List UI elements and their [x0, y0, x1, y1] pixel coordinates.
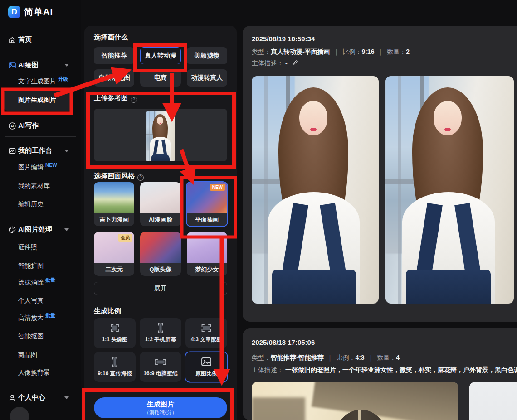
- meta-type-value: 真人转动漫-平面插画: [271, 48, 330, 55]
- sidebar-divider: [5, 385, 76, 385]
- sidebar-item-label: 个人中心: [18, 393, 45, 402]
- sidebar-item-personal-photo[interactable]: 个人写真: [0, 295, 81, 307]
- sidebar-item-ai-writing[interactable]: AI AI写作: [0, 120, 81, 132]
- generated-portrait-art: [385, 76, 514, 304]
- uploaded-reference-image[interactable]: [146, 111, 175, 161]
- sidebar-item-label: 图片编辑: [18, 164, 44, 171]
- sidebar-item-label: AI写作: [18, 121, 39, 130]
- ratio-4-3[interactable]: 4:3 文章配图: [185, 318, 227, 348]
- ratio-label: 1:2 手机屏幕: [145, 336, 176, 343]
- style-ghibli[interactable]: 吉卜力漫画: [94, 182, 134, 226]
- reference-portrait-art: [146, 111, 175, 161]
- edit-description-button[interactable]: [293, 59, 298, 66]
- generated-image-gray-photo[interactable]: [469, 382, 517, 420]
- style-ai-manga-face[interactable]: AI漫画脸: [140, 182, 180, 226]
- style-ai-manga-face-thumbnail: [140, 182, 180, 213]
- style-2d-anime[interactable]: 会员 二次元: [94, 232, 134, 276]
- style-dream-girl-thumbnail: [187, 232, 227, 263]
- new-badge: NEW: [210, 184, 225, 191]
- meta-count-value: 4: [396, 354, 400, 361]
- original-image-icon: [200, 357, 213, 367]
- category-photo-to-anime[interactable]: 真人转动漫: [140, 47, 180, 64]
- sidebar-item-label: 涂抹消除: [18, 279, 44, 286]
- crop-landscape-icon: [154, 357, 167, 367]
- sidebar-item-smart-expand[interactable]: 智能扩图: [0, 261, 81, 272]
- desc-label: 主体描述：: [252, 59, 283, 67]
- ratio-1-2[interactable]: 1:2 手机屏幕: [140, 318, 181, 348]
- result-description: 主体描述： 一张做旧的老照片，一个年轻亚洲女性，微笑，朴实，麻花辫，户外背景，黑…: [252, 366, 517, 374]
- sidebar-item-home[interactable]: 首页: [0, 34, 81, 46]
- batch-badge: 批量: [45, 277, 55, 283]
- category-anime-to-photo[interactable]: 动漫转真人: [187, 69, 227, 87]
- chevron-down-icon[interactable]: [64, 64, 69, 67]
- sidebar-item-ai-draw[interactable]: AI绘图: [0, 59, 81, 71]
- style-label: 吉卜力漫画: [94, 213, 134, 226]
- meta-ratio-label: 比例：: [336, 354, 355, 361]
- upgrade-badge: 升级: [58, 76, 68, 82]
- sidebar-item-personal-center[interactable]: 个人中心: [0, 392, 81, 404]
- sidebar-item-label: 商品图: [18, 351, 37, 359]
- style-ghibli-thumbnail: [94, 182, 134, 213]
- category-smart-recommend[interactable]: 智能推荐: [94, 47, 134, 64]
- help-icon[interactable]: ?: [137, 174, 144, 181]
- sidebar-item-id-photo[interactable]: 证件照: [0, 242, 81, 254]
- category-media-illustration[interactable]: 自媒体配图: [94, 69, 134, 87]
- style-dream-girl[interactable]: 梦幻少女: [187, 232, 227, 276]
- sidebar-item-label: AI图片处理: [18, 225, 52, 234]
- user-avatar[interactable]: [10, 407, 29, 420]
- sidebar-item-portrait-bg-swap[interactable]: 人像换背景: [0, 367, 81, 379]
- help-icon[interactable]: ?: [131, 97, 137, 103]
- result-meta: 类型：真人转动漫-平面插画｜比例：9:16｜数量：2: [252, 48, 517, 56]
- expand-button[interactable]: 展开: [94, 282, 227, 295]
- result-card-1: 2025/08/19 10:59:34 类型：真人转动漫-平面插画｜比例：9:1…: [243, 26, 517, 322]
- style-flat-illustration[interactable]: NEW 平面插画: [187, 182, 227, 226]
- brand-logo[interactable]: D 简单AI: [8, 6, 53, 18]
- meta-count-value: 2: [406, 48, 410, 55]
- sidebar-item-hd-upscale[interactable]: 高清放大批量: [0, 313, 81, 324]
- upload-reference-area[interactable]: [94, 109, 227, 161]
- generated-image-old-photo[interactable]: [252, 382, 458, 420]
- ratio-original[interactable]: 原图比例: [185, 352, 227, 382]
- sidebar-item-image-to-image[interactable]: 图片生成图片: [0, 95, 81, 106]
- sidebar-item-smart-cutout[interactable]: 智能抠图: [0, 331, 81, 343]
- sidebar-item-product-image[interactable]: 商品图: [0, 350, 81, 362]
- generate-button[interactable]: 生成图片 （消耗2积分）: [94, 397, 227, 418]
- old-photo-art: [252, 382, 458, 420]
- category-beauty-filter[interactable]: 美颜滤镜: [187, 47, 227, 64]
- sidebar-item-smudge-remove[interactable]: 涂抹消除批量: [0, 277, 81, 289]
- result-meta: 类型：智能推荐-智能推荐｜比例：4:3｜数量：4: [252, 354, 517, 362]
- generated-image-1[interactable]: [252, 76, 379, 304]
- sidebar-item-label: 高清放大: [18, 314, 44, 321]
- style-q-avatar[interactable]: Q版头像: [140, 232, 180, 276]
- result-timestamp: 2025/08/18 17:05:06: [252, 338, 315, 346]
- ratio-1-1[interactable]: 1:1 头像图: [94, 318, 136, 348]
- meta-count-label: 数量：: [377, 354, 396, 361]
- generate-button-label: 生成图片: [147, 400, 174, 409]
- chevron-down-icon[interactable]: [64, 396, 69, 399]
- style-grid: 吉卜力漫画 AI漫画脸 NEW 平面插画 会员 二次元: [94, 182, 227, 276]
- sidebar-item-image-edit[interactable]: 图片编辑NEW: [0, 162, 81, 174]
- desc-value: -: [285, 59, 288, 67]
- ratio-16-9[interactable]: 16:9 电脑壁纸: [140, 352, 181, 382]
- generated-image-2[interactable]: [385, 76, 514, 304]
- chevron-down-icon[interactable]: [64, 150, 69, 152]
- style-label: AI漫画脸: [140, 213, 180, 226]
- sidebar-item-label: 智能扩图: [18, 262, 44, 270]
- meta-type-label: 类型：: [252, 48, 271, 55]
- meta-ratio-label: 比例：: [342, 48, 361, 55]
- meta-type-label: 类型：: [252, 354, 271, 361]
- result-description: 主体描述： -: [252, 59, 517, 68]
- meta-count-label: 数量：: [387, 48, 406, 55]
- category-ecommerce[interactable]: 电商: [140, 69, 180, 87]
- vip-badge: 会员: [118, 234, 132, 242]
- meta-ratio-value: 9:16: [361, 48, 374, 55]
- sidebar-item-text-to-image[interactable]: 文字生成图片升级: [0, 76, 81, 88]
- sidebar-item-ai-image-processing[interactable]: AI图片处理: [0, 224, 81, 236]
- sidebar-item-edit-history[interactable]: 编辑历史: [0, 199, 81, 211]
- ratio-9-16[interactable]: 9:16 宣传海报: [94, 352, 136, 382]
- sidebar-item-workbench[interactable]: 我的工作台: [0, 145, 81, 157]
- sidebar-item-my-assets[interactable]: 我的素材库: [0, 181, 81, 193]
- chevron-down-icon[interactable]: [64, 228, 69, 231]
- ratio-label: 4:3 文章配图: [191, 336, 222, 343]
- crop-portrait-icon: [108, 357, 121, 367]
